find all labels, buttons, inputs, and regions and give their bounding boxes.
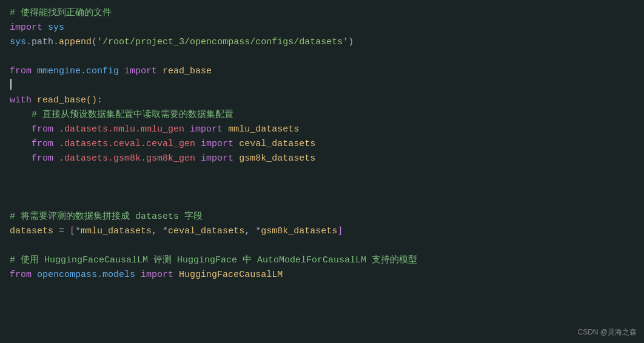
func-append: append <box>59 35 92 50</box>
func-read-base: read_base <box>163 64 212 79</box>
import-mmlu-datasets: mmlu_datasets <box>228 122 299 137</box>
bracket-open: [ <box>70 224 75 239</box>
keyword-import5: import <box>201 152 233 166</box>
keyword-import4: import <box>201 137 233 152</box>
code-line-7: with read_base () : <box>10 93 634 108</box>
comment-datasets: # 将需要评测的数据集拼接成 datasets 字段 <box>10 210 203 224</box>
code-line-9: from .datasets.mmlu.mmlu_gen import mmlu… <box>10 122 634 137</box>
code-line-10: from .datasets.ceval.ceval_gen import ce… <box>10 137 634 152</box>
text-cursor <box>10 79 12 90</box>
var-datasets: datasets <box>10 224 53 239</box>
code-line-2: import sys <box>10 21 634 35</box>
comment-inner: # 直接从预设数据集配置中读取需要的数据集配置 <box>32 108 233 122</box>
code-line-16: datasets = [ * mmlu_datasets , * ceval_d… <box>10 224 634 239</box>
keyword-import: import <box>10 21 42 35</box>
module-opencompass: opencompass.models <box>37 268 135 282</box>
keyword-import6: import <box>141 268 173 282</box>
keyword-from4: from <box>32 152 53 166</box>
code-line-3: sys . path . append ( '/root/project_3/o… <box>10 35 634 50</box>
keyword-import3: import <box>190 122 223 137</box>
code-line-19: from opencompass.models import HuggingFa… <box>10 268 634 282</box>
module-mmengine: mmengine.config <box>37 64 119 79</box>
dotmodule-gsm8k: .datasets.gsm8k.gsm8k_gen <box>59 152 195 166</box>
keyword-from: from <box>10 64 32 79</box>
import-gsm8k-datasets: gsm8k_datasets <box>239 152 315 166</box>
code-line-11: from .datasets.gsm8k.gsm8k_gen import gs… <box>10 152 634 166</box>
code-line-12 <box>10 166 634 181</box>
bracket-close: ] <box>337 224 343 239</box>
code-editor: # 使得能找到正确的文件 import sys sys . path . app… <box>0 0 644 343</box>
code-line-1: # 使得能找到正确的文件 <box>10 6 634 21</box>
keyword-import2: import <box>124 64 157 79</box>
code-line-18: # 使用 HuggingFaceCausalLM 评测 HuggingFace … <box>10 253 634 268</box>
code-line-8: # 直接从预设数据集配置中读取需要的数据集配置 <box>10 108 634 122</box>
string-path: '/root/project_3/opencompass/configs/dat… <box>97 35 348 50</box>
code-line-13 <box>10 181 634 195</box>
code-line-15: # 将需要评测的数据集拼接成 datasets 字段 <box>10 210 634 224</box>
dotmodule-mmlu: .datasets.mmlu.mmlu_gen <box>59 122 184 137</box>
code-line-6 <box>10 79 634 93</box>
keyword-from5: from <box>10 268 32 282</box>
code-line-5: from mmengine.config import read_base <box>10 64 634 79</box>
func-read-base-call: read_base <box>37 93 86 108</box>
comment-text: # 使得能找到正确的文件 <box>10 6 112 21</box>
comment-hf: # 使用 HuggingFaceCausalLM 评测 HuggingFace … <box>10 253 417 268</box>
code-line-14 <box>10 195 634 210</box>
dotmodule-ceval: .datasets.ceval.ceval_gen <box>59 137 195 152</box>
code-line-17 <box>10 239 634 253</box>
import-ceval-datasets: ceval_datasets <box>239 137 315 152</box>
import-hf-causal: HuggingFaceCausalLM <box>179 268 283 282</box>
keyword-with: with <box>10 93 32 108</box>
code-line-4 <box>10 50 634 64</box>
module-name: sys <box>48 21 64 35</box>
keyword-from3: from <box>32 137 53 152</box>
keyword-from2: from <box>32 122 53 137</box>
watermark: CSDN @灵海之森 <box>577 327 637 338</box>
